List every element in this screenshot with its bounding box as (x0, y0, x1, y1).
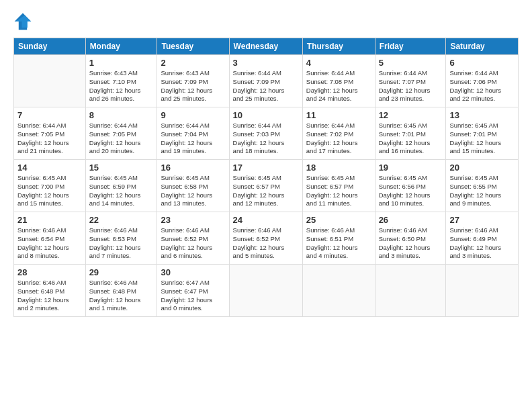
calendar-cell: 6Sunrise: 6:44 AMSunset: 7:06 PMDaylight… (446, 55, 519, 107)
day-number: 11 (306, 110, 371, 120)
day-info: Sunrise: 6:45 AMSunset: 6:55 PMDaylight:… (449, 174, 515, 208)
weekday-header: Thursday (302, 38, 375, 55)
weekday-header: Monday (85, 38, 157, 55)
day-number: 30 (161, 267, 225, 277)
day-number: 28 (17, 267, 82, 277)
calendar-cell: 27Sunrise: 6:46 AMSunset: 6:49 PMDayligh… (446, 212, 519, 265)
day-info: Sunrise: 6:45 AMSunset: 6:59 PMDaylight:… (89, 174, 154, 208)
calendar-week-row: 7Sunrise: 6:44 AMSunset: 7:05 PMDaylight… (14, 107, 519, 160)
day-number: 7 (17, 110, 82, 120)
day-info: Sunrise: 6:46 AMSunset: 6:53 PMDaylight:… (89, 226, 154, 261)
day-number: 9 (161, 110, 225, 120)
day-info: Sunrise: 6:44 AMSunset: 7:02 PMDaylight:… (306, 122, 371, 156)
day-number: 2 (161, 58, 225, 68)
header (13, 12, 519, 31)
day-info: Sunrise: 6:45 AMSunset: 7:01 PMDaylight:… (449, 122, 515, 156)
calendar-cell (302, 265, 375, 317)
day-number: 8 (89, 110, 154, 120)
day-number: 1 (89, 58, 154, 68)
day-info: Sunrise: 6:46 AMSunset: 6:48 PMDaylight:… (17, 279, 82, 313)
calendar-cell: 21Sunrise: 6:46 AMSunset: 6:54 PMDayligh… (14, 212, 86, 265)
calendar-cell (229, 265, 302, 317)
calendar-cell: 18Sunrise: 6:45 AMSunset: 6:57 PMDayligh… (302, 160, 375, 212)
calendar-cell: 15Sunrise: 6:45 AMSunset: 6:59 PMDayligh… (85, 160, 157, 212)
weekday-header: Sunday (14, 38, 86, 55)
calendar-cell: 2Sunrise: 6:43 AMSunset: 7:09 PMDaylight… (157, 55, 229, 107)
calendar-week-row: 1Sunrise: 6:43 AMSunset: 7:10 PMDaylight… (14, 55, 519, 107)
calendar-cell: 19Sunrise: 6:45 AMSunset: 6:56 PMDayligh… (375, 160, 446, 212)
calendar-cell: 24Sunrise: 6:46 AMSunset: 6:52 PMDayligh… (229, 212, 302, 265)
day-info: Sunrise: 6:45 AMSunset: 6:57 PMDaylight:… (306, 174, 371, 208)
day-number: 25 (306, 215, 371, 225)
day-info: Sunrise: 6:45 AMSunset: 6:57 PMDaylight:… (233, 174, 299, 208)
day-number: 26 (379, 215, 443, 225)
day-number: 14 (17, 163, 82, 173)
day-number: 16 (161, 163, 225, 173)
day-info: Sunrise: 6:44 AMSunset: 7:03 PMDaylight:… (233, 122, 299, 156)
day-info: Sunrise: 6:44 AMSunset: 7:07 PMDaylight:… (379, 69, 443, 103)
day-number: 10 (233, 110, 299, 120)
calendar-cell: 13Sunrise: 6:45 AMSunset: 7:01 PMDayligh… (446, 107, 519, 160)
calendar-cell: 25Sunrise: 6:46 AMSunset: 6:51 PMDayligh… (302, 212, 375, 265)
calendar-cell: 8Sunrise: 6:44 AMSunset: 7:05 PMDaylight… (85, 107, 157, 160)
day-number: 3 (233, 58, 299, 68)
day-info: Sunrise: 6:46 AMSunset: 6:52 PMDaylight:… (233, 226, 299, 261)
day-info: Sunrise: 6:43 AMSunset: 7:09 PMDaylight:… (161, 69, 225, 103)
day-info: Sunrise: 6:44 AMSunset: 7:06 PMDaylight:… (449, 69, 515, 103)
day-number: 12 (379, 110, 443, 120)
day-info: Sunrise: 6:45 AMSunset: 7:01 PMDaylight:… (379, 122, 443, 156)
day-number: 23 (161, 215, 225, 225)
day-number: 15 (89, 163, 154, 173)
day-info: Sunrise: 6:46 AMSunset: 6:48 PMDaylight:… (89, 279, 154, 313)
day-number: 22 (89, 215, 154, 225)
day-number: 21 (17, 215, 82, 225)
day-number: 29 (89, 267, 154, 277)
day-info: Sunrise: 6:46 AMSunset: 6:49 PMDaylight:… (449, 226, 515, 261)
day-number: 13 (449, 110, 515, 120)
calendar-cell: 4Sunrise: 6:44 AMSunset: 7:08 PMDaylight… (302, 55, 375, 107)
day-info: Sunrise: 6:46 AMSunset: 6:54 PMDaylight:… (17, 226, 82, 261)
weekday-header: Wednesday (229, 38, 302, 55)
weekday-header: Friday (375, 38, 446, 55)
calendar-cell: 26Sunrise: 6:46 AMSunset: 6:50 PMDayligh… (375, 212, 446, 265)
calendar-cell: 3Sunrise: 6:44 AMSunset: 7:09 PMDaylight… (229, 55, 302, 107)
day-info: Sunrise: 6:47 AMSunset: 6:47 PMDaylight:… (161, 279, 225, 313)
calendar-cell: 30Sunrise: 6:47 AMSunset: 6:47 PMDayligh… (157, 265, 229, 317)
day-info: Sunrise: 6:45 AMSunset: 6:58 PMDaylight:… (161, 174, 225, 208)
calendar-cell: 14Sunrise: 6:45 AMSunset: 7:00 PMDayligh… (14, 160, 86, 212)
calendar-cell: 20Sunrise: 6:45 AMSunset: 6:55 PMDayligh… (446, 160, 519, 212)
calendar-cell: 29Sunrise: 6:46 AMSunset: 6:48 PMDayligh… (85, 265, 157, 317)
page: SundayMondayTuesdayWednesdayThursdayFrid… (0, 0, 532, 411)
calendar-week-row: 28Sunrise: 6:46 AMSunset: 6:48 PMDayligh… (14, 265, 519, 317)
day-info: Sunrise: 6:44 AMSunset: 7:09 PMDaylight:… (233, 69, 299, 103)
calendar-cell: 17Sunrise: 6:45 AMSunset: 6:57 PMDayligh… (229, 160, 302, 212)
calendar-cell: 11Sunrise: 6:44 AMSunset: 7:02 PMDayligh… (302, 107, 375, 160)
calendar-cell: 23Sunrise: 6:46 AMSunset: 6:52 PMDayligh… (157, 212, 229, 265)
day-info: Sunrise: 6:44 AMSunset: 7:08 PMDaylight:… (306, 69, 371, 103)
day-info: Sunrise: 6:44 AMSunset: 7:05 PMDaylight:… (17, 122, 82, 156)
day-number: 6 (449, 58, 515, 68)
day-info: Sunrise: 6:44 AMSunset: 7:05 PMDaylight:… (89, 122, 154, 156)
calendar-cell: 10Sunrise: 6:44 AMSunset: 7:03 PMDayligh… (229, 107, 302, 160)
day-info: Sunrise: 6:46 AMSunset: 6:51 PMDaylight:… (306, 226, 371, 261)
day-info: Sunrise: 6:45 AMSunset: 6:56 PMDaylight:… (379, 174, 443, 208)
day-info: Sunrise: 6:44 AMSunset: 7:04 PMDaylight:… (161, 122, 225, 156)
day-number: 24 (233, 215, 299, 225)
day-number: 20 (449, 163, 515, 173)
calendar-cell: 12Sunrise: 6:45 AMSunset: 7:01 PMDayligh… (375, 107, 446, 160)
logo (13, 12, 35, 31)
calendar-week-row: 14Sunrise: 6:45 AMSunset: 7:00 PMDayligh… (14, 160, 519, 212)
calendar-cell: 16Sunrise: 6:45 AMSunset: 6:58 PMDayligh… (157, 160, 229, 212)
svg-marker-1 (15, 15, 31, 28)
day-number: 5 (379, 58, 443, 68)
logo-icon (13, 12, 32, 31)
calendar-cell (14, 55, 86, 107)
weekday-header: Saturday (446, 38, 519, 55)
day-number: 17 (233, 163, 299, 173)
day-number: 27 (449, 215, 515, 225)
calendar-cell: 1Sunrise: 6:43 AMSunset: 7:10 PMDaylight… (85, 55, 157, 107)
calendar-table: SundayMondayTuesdayWednesdayThursdayFrid… (13, 38, 519, 317)
day-info: Sunrise: 6:46 AMSunset: 6:52 PMDaylight:… (161, 226, 225, 261)
calendar-cell: 28Sunrise: 6:46 AMSunset: 6:48 PMDayligh… (14, 265, 86, 317)
calendar-cell (375, 265, 446, 317)
